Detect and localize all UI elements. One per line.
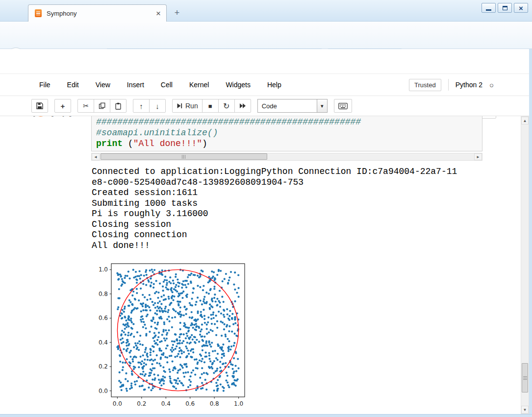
svg-text:0.4: 0.4	[99, 339, 108, 346]
window-frame	[529, 49, 532, 417]
menu-items: File Edit View Insert Cell Kernel Widget…	[39, 81, 281, 89]
command-palette-button[interactable]	[334, 99, 352, 113]
fast-forward-icon	[239, 103, 246, 108]
scroll-up-button[interactable]: ▲	[521, 117, 529, 124]
menubar-right: Trusted Python 2 ○	[409, 74, 494, 96]
keyboard-icon	[338, 103, 348, 109]
menu-edit[interactable]: Edit	[67, 81, 79, 89]
run-label: Run	[185, 102, 198, 110]
restore-icon	[503, 6, 507, 10]
paste-cell-button[interactable]	[110, 99, 127, 113]
run-icon	[177, 103, 182, 109]
svg-text:1.0: 1.0	[234, 400, 243, 407]
svg-text:0.8: 0.8	[210, 400, 219, 407]
plus-icon: +	[61, 102, 65, 110]
scroll-right-icon: ►	[476, 155, 480, 159]
cut-cell-button[interactable]: ✂	[77, 99, 94, 113]
svg-text:0.8: 0.8	[99, 291, 108, 297]
minimize-icon	[486, 9, 491, 11]
run-cell-button[interactable]: Run	[172, 99, 203, 113]
copy-icon	[99, 102, 105, 109]
notebook-favicon-icon	[35, 9, 42, 17]
notebook-menubar: File Edit View Insert Cell Kernel Widget…	[0, 74, 532, 96]
kernel-idle-icon: ○	[489, 81, 494, 89]
restart-run-all-button[interactable]	[234, 99, 251, 113]
close-button[interactable]: ×	[514, 3, 528, 13]
notebook-toolbar: + ✂ ↑ ↓ Run ■ ↻	[0, 96, 532, 116]
copy-cell-button[interactable]	[94, 99, 110, 113]
vertical-scrollbar[interactable]: ▲ ▼	[521, 116, 529, 414]
menu-widgets[interactable]: Widgets	[226, 81, 251, 89]
svg-text:0.2: 0.2	[137, 400, 146, 407]
scroll-left-icon: ◄	[94, 155, 98, 159]
svg-text:0.2: 0.2	[99, 363, 108, 370]
menu-file[interactable]: File	[39, 81, 51, 89]
kernel-name: Python 2	[456, 81, 482, 89]
save-icon	[36, 102, 43, 109]
restore-button[interactable]	[498, 3, 512, 13]
scroll-up-icon: ▲	[523, 119, 527, 123]
svg-text:0.4: 0.4	[161, 400, 171, 407]
tab-title: Symphony	[47, 10, 156, 17]
browser-tab[interactable]: Symphony ×	[28, 4, 167, 22]
down-icon: ↓	[155, 102, 159, 110]
output-text: Connected to application:LoggingPython C…	[92, 167, 457, 251]
scroll-down-button[interactable]: ▼	[521, 406, 529, 414]
code-lines: ########################################…	[96, 117, 478, 149]
new-tab-button[interactable]: +	[170, 7, 184, 19]
code-cell-input[interactable]: ########################################…	[91, 116, 482, 151]
window-controls: ×	[481, 3, 528, 13]
svg-text:0.6: 0.6	[99, 315, 108, 321]
move-cell-up-button[interactable]: ↑	[133, 99, 150, 113]
grip-icon	[182, 155, 186, 159]
menu-insert[interactable]: Insert	[127, 81, 144, 89]
scroll-right-button[interactable]: ►	[474, 153, 482, 160]
navigation-toolbar: ← → ↻ ⌂ myhost.example.com:8888/notebook…	[0, 22, 532, 49]
trusted-badge[interactable]: Trusted	[409, 79, 441, 91]
scatter-plot: 0.00.20.40.60.81.00.00.20.40.60.81.0	[93, 260, 250, 409]
scroll-down-icon: ▼	[523, 408, 527, 412]
cut-icon: ✂	[83, 102, 89, 110]
svg-text:0.0: 0.0	[99, 388, 108, 394]
restart-kernel-button[interactable]: ↻	[218, 99, 235, 113]
horizontal-scrollbar[interactable]: ◄ ►	[91, 153, 482, 161]
divider	[448, 79, 449, 91]
menu-kernel[interactable]: Kernel	[189, 81, 209, 89]
svg-text:0.0: 0.0	[113, 400, 122, 407]
stop-icon: ■	[208, 102, 212, 110]
horizontal-scroll-thumb[interactable]	[101, 153, 267, 160]
restart-icon: ↻	[223, 101, 229, 111]
menu-view[interactable]: View	[96, 81, 110, 89]
scroll-left-button[interactable]: ◄	[92, 153, 100, 160]
up-icon: ↑	[139, 102, 143, 110]
grip-icon	[523, 376, 527, 380]
jupyter-header: jupyter Symphony (autosaved) Logout	[0, 49, 532, 74]
horizontal-scroll-track[interactable]	[100, 153, 474, 160]
cell-type-select[interactable]: Code ▾	[257, 99, 328, 113]
tab-close-icon[interactable]: ×	[156, 9, 161, 18]
move-cell-down-button[interactable]: ↓	[149, 99, 166, 113]
minimize-button[interactable]	[481, 3, 496, 13]
add-cell-button[interactable]: +	[54, 99, 71, 113]
cell-type-dropdown-button[interactable]: ▾	[317, 99, 328, 113]
titlebar: Symphony × + ×	[0, 0, 532, 22]
svg-text:1.0: 1.0	[99, 266, 108, 273]
menu-cell[interactable]: Cell	[161, 81, 173, 89]
chevron-down-icon: ▾	[321, 103, 324, 109]
svg-text:0.6: 0.6	[185, 400, 195, 407]
menu-help[interactable]: Help	[267, 81, 281, 89]
vertical-scroll-thumb[interactable]	[522, 363, 528, 392]
close-icon: ×	[519, 4, 523, 12]
paste-icon	[115, 102, 122, 110]
save-button[interactable]	[31, 99, 48, 113]
plot-axes	[111, 264, 245, 397]
interrupt-kernel-button[interactable]: ■	[202, 99, 219, 113]
window-frame	[0, 414, 532, 417]
cell-type-value[interactable]: Code	[257, 99, 317, 113]
